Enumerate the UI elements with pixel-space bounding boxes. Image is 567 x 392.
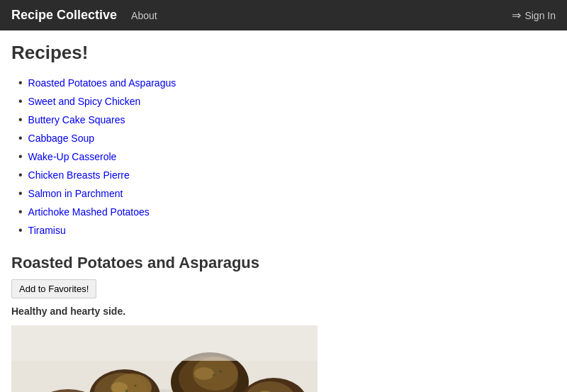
svg-point-39 (135, 385, 137, 387)
signin-button[interactable]: ⇒ Sign In (512, 9, 556, 22)
list-item: Chicken Breasts Pierre (18, 166, 556, 184)
recipe-description: Healthy and hearty side. (11, 306, 556, 317)
svg-point-41 (220, 371, 222, 373)
recipe-detail-title: Roasted Potatoes and Asparagus (11, 254, 556, 272)
list-item: Wake-Up Casserole (18, 147, 556, 166)
signin-icon: ⇒ (512, 9, 521, 22)
list-item: Sweet and Spicy Chicken (18, 92, 556, 111)
recipe-link[interactable]: Artichoke Mashed Potatoes (28, 206, 150, 218)
recipe-list: Roasted Potatoes and AsparagusSweet and … (18, 74, 556, 240)
navbar: Recipe Collective About ⇒ Sign In (0, 0, 567, 30)
signin-label: Sign In (524, 10, 556, 21)
recipe-link[interactable]: Chicken Breasts Pierre (28, 169, 130, 181)
navbar-left: Recipe Collective About (11, 8, 157, 23)
main-content: Recipes! Roasted Potatoes and AsparagusS… (0, 30, 567, 392)
svg-rect-46 (11, 325, 318, 361)
recipe-link[interactable]: Roasted Potatoes and Asparagus (28, 77, 176, 89)
recipe-link[interactable]: Cabbage Soup (28, 133, 94, 144)
recipe-link[interactable]: Salmon in Parchment (28, 188, 123, 199)
recipe-link[interactable]: Sweet and Spicy Chicken (28, 96, 141, 107)
recipe-link[interactable]: Wake-Up Casserole (28, 151, 117, 162)
recipe-link[interactable]: Buttery Cake Squares (28, 114, 125, 125)
svg-point-44 (194, 367, 214, 380)
about-link[interactable]: About (131, 10, 157, 21)
list-item: Salmon in Parchment (18, 184, 556, 203)
recipe-image-svg (11, 325, 318, 392)
add-favorites-button[interactable]: Add to Favorites! (11, 279, 96, 298)
list-item: Artichoke Mashed Potatoes (18, 203, 556, 221)
list-item: Cabbage Soup (18, 129, 556, 147)
page-title: Recipes! (11, 42, 556, 64)
navbar-right: ⇒ Sign In (512, 9, 556, 22)
list-item: Roasted Potatoes and Asparagus (18, 74, 556, 92)
list-item: Tiramisu (18, 221, 556, 240)
recipe-detail: Roasted Potatoes and Asparagus Add to Fa… (11, 254, 556, 392)
recipe-image (11, 325, 318, 392)
recipe-link[interactable]: Tiramisu (28, 225, 66, 236)
brand-link[interactable]: Recipe Collective (11, 8, 117, 23)
list-item: Buttery Cake Squares (18, 111, 556, 129)
